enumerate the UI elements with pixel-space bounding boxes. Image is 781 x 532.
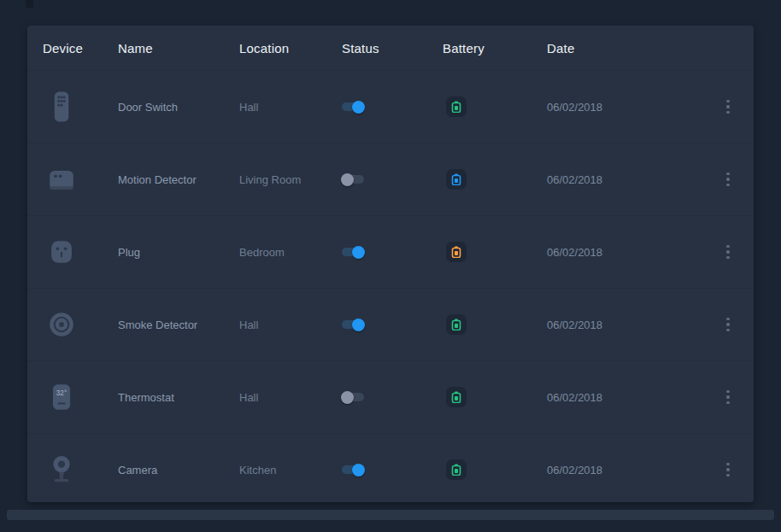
status-toggle[interactable] [342,465,364,474]
battery-icon [451,464,461,476]
battery-indicator [446,459,467,480]
column-header-battery: Battery [443,41,547,56]
status-toggle[interactable] [342,393,364,401]
battery-icon [451,391,461,403]
door-switch-icon [43,88,80,126]
device-name: Plug [118,246,239,259]
plug-icon [43,233,80,271]
thermostat-reading: 32° [56,389,67,397]
device-icon-cell [43,233,118,271]
toggle-knob [352,464,365,476]
device-name: Door Switch [118,101,239,114]
row-menu-button[interactable] [718,169,738,190]
device-location: Kitchen [239,464,342,476]
battery-indicator [446,314,467,335]
device-name: Motion Detector [118,173,239,186]
device-name: Thermostat [118,391,239,404]
row-menu-button[interactable] [718,459,738,480]
status-toggle[interactable] [342,248,364,256]
table-header: Device Name Location Status Battery Date [27,26,754,70]
device-location: Hall [239,319,342,331]
table-row[interactable]: Camera Kitchen 06/02/2018 [27,433,754,506]
column-header-date: Date [547,41,690,56]
device-date: 06/02/2018 [547,101,690,114]
corner-notch [26,0,33,8]
device-location: Hall [239,101,342,114]
thermostat-icon: 32° [43,378,80,416]
row-menu-button[interactable] [718,387,738,407]
column-header-name: Name [118,41,239,56]
table-row[interactable]: Door Switch Hall 06/02/2018 [27,70,754,143]
battery-indicator [446,387,467,407]
column-header-device: Device [43,41,118,56]
device-icon-cell [43,161,118,198]
smoke-detector-icon [43,306,80,343]
device-date: 06/02/2018 [547,464,690,476]
toggle-knob [352,246,365,259]
device-date: 06/02/2018 [547,173,690,186]
battery-icon [451,101,461,113]
row-menu-button[interactable] [718,96,738,117]
device-date: 06/02/2018 [547,391,690,404]
toggle-knob [341,391,354,404]
device-name: Smoke Detector [118,319,239,331]
status-toggle[interactable] [342,175,364,184]
device-date: 06/02/2018 [547,246,690,259]
device-location: Bedroom [239,246,342,259]
device-icon-cell [43,451,118,488]
device-name: Camera [118,464,239,476]
column-header-status: Status [342,41,443,56]
device-date: 06/02/2018 [547,319,690,331]
battery-icon [451,173,461,185]
battery-icon [451,246,461,258]
table-row[interactable]: Motion Detector Living Room 06/02/2018 [27,143,754,215]
row-menu-button[interactable] [718,242,738,262]
status-toggle[interactable] [342,102,364,111]
status-toggle[interactable] [342,320,364,329]
battery-indicator [446,96,467,117]
motion-detector-icon [43,161,80,198]
toggle-knob [352,101,365,114]
device-location: Hall [239,391,342,404]
toggle-knob [352,319,365,331]
battery-icon [451,319,461,330]
column-header-location: Location [239,41,342,56]
device-table-card: Device Name Location Status Battery Date… [27,26,754,502]
battery-indicator [446,242,467,262]
device-location: Living Room [239,173,342,186]
camera-icon [43,451,80,488]
table-row[interactable]: 32° Thermostat Hall 06/02/2018 [27,360,754,433]
device-icon-cell: 32° [43,378,118,416]
device-icon-cell [43,306,118,343]
row-menu-button[interactable] [718,314,738,335]
toggle-knob [341,173,354,186]
battery-indicator [446,169,467,190]
table-row[interactable]: Plug Bedroom 06/02/2018 [27,215,754,288]
device-icon-cell [43,88,118,126]
bottom-sheet-edge [7,510,774,520]
table-row[interactable]: Smoke Detector Hall 06/02/2018 [27,288,754,360]
